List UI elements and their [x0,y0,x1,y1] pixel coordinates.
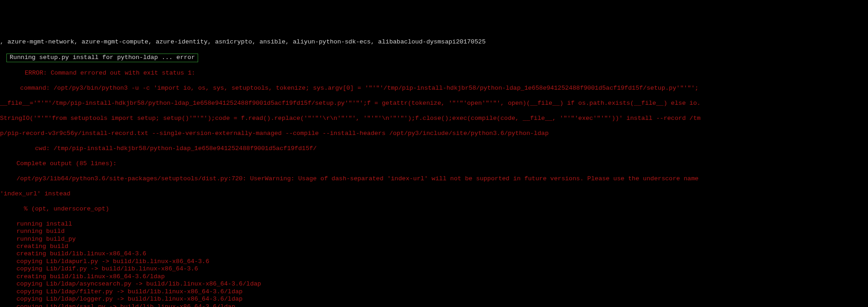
cwd-line: cwd: /tmp/pip-install-hdkjbr58/python-ld… [0,145,868,152]
build-output: running installrunning buildrunning buil… [0,221,868,307]
build-line: copying Lib/ldapurl.py -> build/lib.linu… [0,258,868,265]
command-line-1: command: /opt/py3/bin/python3 -u -c 'imp… [0,85,868,92]
build-line: running build [0,228,868,235]
packages-line: , azure-mgmt-network, azure-mgmt-compute… [0,38,868,46]
build-line: copying Lib/ldap/filter.py -> build/lib.… [0,288,868,296]
build-line: copying Lib/ldap/sasl.py -> build/lib.li… [0,303,868,307]
build-line: creating build/lib.linux-x86_64-3.6/ldap [0,273,868,280]
command-line-2: __file__='"'"'/tmp/pip-install-hdkjbr58/… [0,100,868,107]
build-line: creating build [0,243,868,250]
build-line: creating build/lib.linux-x86_64-3.6 [0,250,868,258]
error-header: ERROR: Command errored out with exit sta… [0,70,868,77]
command-line-4: p/pip-record-v3r9c56y/install-record.txt… [0,130,868,137]
build-line: running install [0,221,868,228]
warning-line-2: 'index_url' instead [0,190,868,198]
build-line: copying Lib/ldap/asyncsearch.py -> build… [0,280,868,288]
terminal-output[interactable]: , azure-mgmt-network, azure-mgmt-compute… [0,31,868,307]
build-line: copying Lib/ldif.py -> build/lib.linux-x… [0,265,868,273]
build-line: copying Lib/ldap/logger.py -> build/lib.… [0,296,868,303]
complete-output-line: Complete output (85 lines): [0,160,868,167]
opt-line: % (opt, underscore_opt) [0,205,868,213]
command-line-3: StringIO('"'"'from setuptools import set… [0,115,868,122]
setup-error-highlight: Running setup.py install for python-ldap… [6,54,198,62]
build-line: running build_py [0,236,868,243]
warning-line-1: /opt/py3/lib64/python3.6/site-packages/s… [0,175,868,183]
